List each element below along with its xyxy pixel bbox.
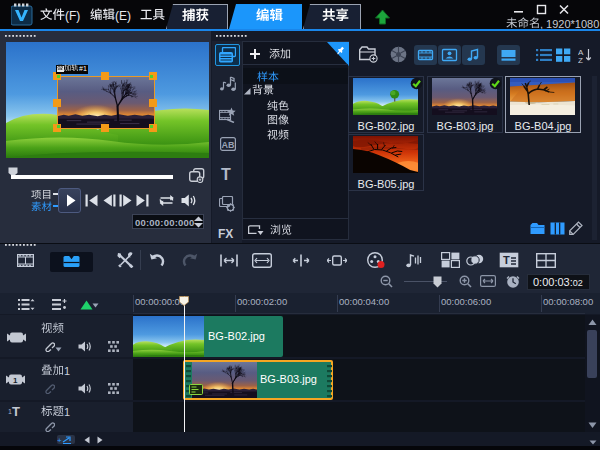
svg-text:T: T [503,254,510,266]
svg-text:1: 1 [13,375,18,384]
svg-text:+: + [57,436,62,445]
svg-text:Z: Z [578,56,583,64]
svg-text:AB: AB [222,140,235,150]
